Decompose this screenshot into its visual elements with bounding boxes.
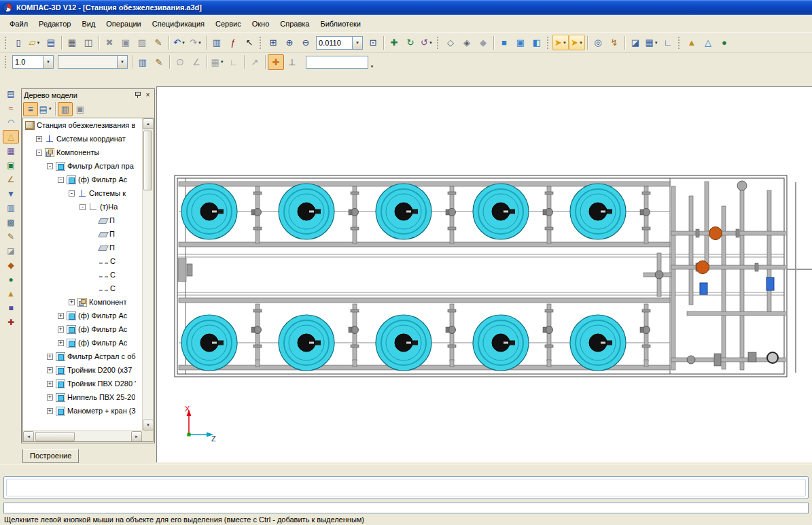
tree-item[interactable]: -Фильтр Астрал пра <box>23 159 142 173</box>
scroll-up-button[interactable]: ▲ <box>143 118 154 129</box>
valve-blue[interactable] <box>700 283 707 294</box>
panel-reports-button[interactable]: ▩ <box>3 216 19 229</box>
tree-expander-plus[interactable]: + <box>47 367 53 373</box>
menu-editor[interactable]: Редактор <box>33 18 76 30</box>
panel-spatial-curves-button[interactable]: ≈ <box>3 101 19 115</box>
panel-library-button[interactable]: ▲ <box>3 287 19 301</box>
tree-horizontal-scrollbar[interactable]: ◄ ► <box>23 430 142 441</box>
tree-display-mode-button[interactable]: ▤▼ <box>38 102 53 116</box>
open-document-button[interactable]: ▱▼ <box>27 35 43 50</box>
title-bar[interactable]: КОМПАС-3D V12 - [Станция обезжелезивания… <box>0 0 812 15</box>
menu-view[interactable]: Вид <box>76 18 101 30</box>
panel-apps-button[interactable]: ■ <box>3 301 19 315</box>
step-value-input[interactable] <box>13 56 43 67</box>
tree-item[interactable]: +Манометр + кран (3 <box>23 404 142 418</box>
valve-blue[interactable] <box>766 277 774 290</box>
print-preview-button[interactable]: ◫ <box>80 35 96 50</box>
toolbar-grip[interactable] <box>259 36 262 50</box>
zoom-area-button[interactable]: ⊞ <box>265 35 281 50</box>
parameter-field[interactable] <box>306 56 368 69</box>
tree-expander-minus[interactable]: - <box>47 163 53 169</box>
filter-tank[interactable] <box>473 184 529 239</box>
zoom-value-input[interactable] <box>317 37 352 48</box>
tree-item[interactable]: -Компоненты <box>23 146 142 159</box>
library-examples-button[interactable]: △ <box>700 35 716 50</box>
tree-expander-plus[interactable]: + <box>58 313 64 319</box>
variables-button[interactable]: ƒ <box>225 35 241 50</box>
filter-tank[interactable] <box>570 184 626 239</box>
toolbar-grip[interactable] <box>546 36 550 50</box>
toolbar-grip[interactable] <box>436 36 440 50</box>
tree-composition-button[interactable]: ▥ <box>58 102 73 116</box>
menu-libraries[interactable]: Библиотеки <box>315 18 366 30</box>
pin-button[interactable] <box>133 90 142 99</box>
tree-item[interactable]: С <box>23 282 142 295</box>
valve-orange[interactable] <box>709 227 722 240</box>
state-value-input[interactable] <box>58 56 117 67</box>
orientation-view-button[interactable]: ➤▼ <box>552 35 569 50</box>
panel-assembly-button[interactable]: ▣ <box>3 158 19 172</box>
menu-help[interactable]: Справка <box>275 18 315 30</box>
menu-service[interactable]: Сервис <box>210 18 247 30</box>
reference-triad-button[interactable]: ∟ <box>660 35 676 50</box>
pan-button[interactable]: ✚ <box>386 35 402 50</box>
save-document-button[interactable]: ▤ <box>43 35 59 50</box>
tree-expander-plus[interactable]: + <box>47 381 53 387</box>
tree-expander-minus[interactable]: - <box>58 177 64 183</box>
filter-tank[interactable] <box>279 315 334 371</box>
grid-snap-button[interactable]: ▦▼ <box>209 54 226 70</box>
parametric-mode-button[interactable]: ∅ <box>172 54 188 70</box>
snaps-setup-button[interactable]: ✚ <box>268 54 284 70</box>
degrees-of-freedom-button[interactable]: ⊥ <box>284 54 300 70</box>
tree-item[interactable]: +Системы координат <box>23 132 142 146</box>
zoom-out-button[interactable]: ⊖ <box>298 35 314 50</box>
panel-edit-part-button[interactable]: ▤ <box>3 87 19 101</box>
undo-button[interactable]: ↶▼ <box>171 35 188 50</box>
cut-button[interactable]: ✖ <box>101 35 118 50</box>
scroll-down-button[interactable]: ▼ <box>143 420 154 430</box>
round-off-button[interactable]: ↗ <box>247 54 263 70</box>
tree-item[interactable]: -(т)На <box>23 200 142 214</box>
tree-item[interactable]: П <box>23 214 142 227</box>
tree-expander-plus[interactable]: + <box>58 326 64 333</box>
panel-arrays-button[interactable]: ▦ <box>3 144 19 158</box>
panel-measure-button[interactable]: ∠ <box>3 173 19 186</box>
tree-expander-minus[interactable]: - <box>36 150 42 156</box>
tree-expander-plus[interactable]: + <box>47 354 53 360</box>
ortho-drawing-button[interactable]: ∟ <box>226 54 242 70</box>
tree-expander-plus[interactable]: + <box>47 394 53 401</box>
shaded-edges-display-button[interactable]: ▣ <box>512 35 529 50</box>
copy-properties-button[interactable]: ✎ <box>150 35 166 50</box>
menu-operations[interactable]: Операции <box>101 18 146 30</box>
viewport-3d[interactable]: X Z <box>156 86 812 462</box>
rotate-view-button[interactable]: ↻ <box>402 35 419 50</box>
tree-vertical-scrollbar[interactable]: ▲ ▼ <box>142 118 153 430</box>
close-panel-button[interactable]: × <box>143 90 152 99</box>
tree-item[interactable]: +Ниппель ПВХ 25-20 <box>23 390 142 404</box>
wireframe-display-button[interactable]: ◇ <box>442 35 459 50</box>
panel-features-button[interactable]: ◆ <box>3 258 19 272</box>
filter-tank[interactable] <box>473 315 529 371</box>
panel-annotations-button[interactable]: ✎ <box>3 230 19 243</box>
panel-macro-button[interactable]: ● <box>3 273 19 286</box>
section-display-button[interactable]: ◪ <box>627 35 643 50</box>
scroll-left-button[interactable]: ◄ <box>23 431 34 442</box>
horizontal-scroll-track[interactable] <box>34 431 131 441</box>
tree-expander-plus[interactable]: + <box>47 408 53 414</box>
layers-button[interactable]: ▥ <box>135 54 151 70</box>
shaded-display-button[interactable]: ■ <box>496 35 512 50</box>
filter-tank[interactable] <box>279 184 334 239</box>
horizontal-scroll-thumb[interactable] <box>35 432 75 441</box>
angle-snap-button[interactable]: ∠ <box>188 54 205 70</box>
halftone-display-button[interactable]: ◧ <box>529 35 545 50</box>
spreadsheet-button[interactable]: ▥ <box>209 35 225 50</box>
zoom-in-button[interactable]: ⊕ <box>281 35 298 50</box>
hide-all-objects-button[interactable]: ◎ <box>590 35 606 50</box>
tree-item[interactable]: +Тройник D200 (х37 <box>23 363 142 377</box>
hidden-thin-display-button[interactable]: ◆ <box>475 35 491 50</box>
library-manager-button[interactable]: ▲ <box>684 35 700 50</box>
panel-aux-geometry-button[interactable]: △ <box>3 130 19 143</box>
filter-tank[interactable] <box>376 184 431 239</box>
orbit-button[interactable]: ↺▼ <box>419 35 435 50</box>
scroll-right-button[interactable]: ► <box>131 431 142 442</box>
